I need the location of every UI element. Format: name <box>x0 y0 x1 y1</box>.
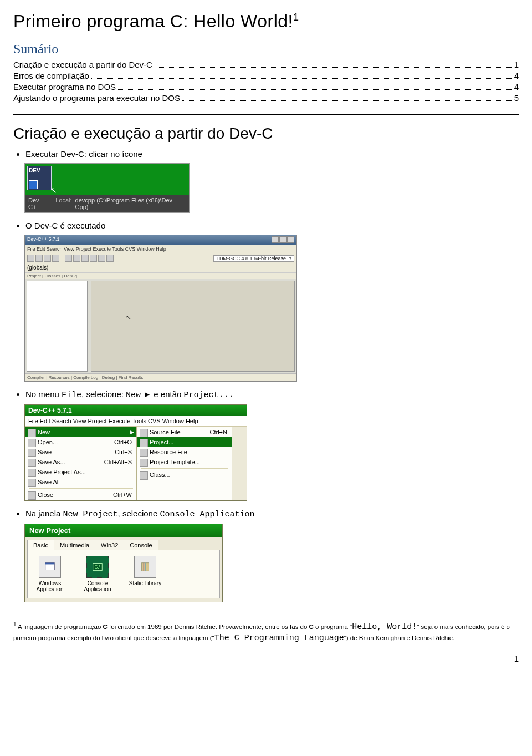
file-menu: New▶ Open...Ctrl+O SaveCtrl+S Save As...… <box>25 427 137 500</box>
static-lib-icon <box>134 556 156 578</box>
submenu-item-project: Project... <box>137 437 232 447</box>
menu-label: Project... <box>150 439 173 445</box>
toolbar-icon <box>106 255 114 262</box>
tab-console: Console <box>124 540 158 550</box>
project-type-label: Console Application <box>80 580 115 592</box>
toc-page: 4 <box>514 82 519 92</box>
submenu-arrow-icon: ▶ <box>130 429 134 435</box>
svg-rect-6 <box>145 563 146 571</box>
menu-item-open: Open...Ctrl+O <box>25 437 136 447</box>
menu-icon <box>140 449 148 457</box>
devcpp-icon-glyph <box>29 180 38 189</box>
toc-leader <box>155 67 512 68</box>
mono-text: Project... <box>184 390 234 400</box>
devcpp-icon: DEV <box>27 166 52 190</box>
menu-label: Project Template... <box>150 459 200 465</box>
submenu-item-resourcefile: Resource File <box>137 447 232 457</box>
footnote-text: A linguagem de programação <box>17 623 103 630</box>
console-app-icon: C:\ <box>86 556 109 578</box>
menu-bar: File Edit Search View Project Execute To… <box>25 416 247 427</box>
window-titlebar: Dev-C++ 5.7.1 <box>25 235 296 245</box>
title-text: Primeiro programa C: Hello World! <box>13 11 293 31</box>
menu-divider <box>29 488 133 489</box>
footnote: 1 A linguagem de programação C foi criad… <box>13 621 519 644</box>
bullet-list: Executar Dev-C: clicar no ícone <box>13 149 519 159</box>
menu-label: Save As... <box>38 459 65 465</box>
mono-text: Console Application <box>160 510 254 519</box>
toolbar-icon <box>90 255 97 262</box>
toolbar-icon <box>44 255 51 262</box>
tab-multimedia: Multimedia <box>54 540 95 550</box>
svg-text:C:\: C:\ <box>95 565 101 570</box>
bottom-tabs: Compiler | Resources | Compile Log | Deb… <box>25 373 296 381</box>
menu-label: Save <box>38 449 52 455</box>
menu-item-saveas: Save As...Ctrl+Alt+S <box>25 457 136 467</box>
menu-shortcut: Ctrl+Alt+S <box>104 459 132 465</box>
cursor-icon: ↖ <box>50 186 57 195</box>
side-tabs: Project | Classes | Debug <box>25 272 296 279</box>
footnote-bold: C <box>103 623 108 630</box>
menu-item-saveall: Save All <box>25 477 136 487</box>
toolbar-icon <box>65 255 72 262</box>
bullet-list: No menu File, selecione: New ► e então P… <box>13 389 519 400</box>
toc-entry[interactable]: Criação e execução a partir do Dev-C 1 <box>13 60 519 70</box>
toc-label: Ajustando o programa para executar no DO… <box>13 93 180 103</box>
window-buttons <box>271 236 294 244</box>
windows-app-icon <box>39 556 61 578</box>
menu-label: Save Project As... <box>38 469 86 475</box>
devcpp-icon-text: DEV <box>29 168 40 174</box>
footnote-rule <box>13 618 119 618</box>
cursor-icon: ↖ <box>126 313 131 321</box>
bullet-list: Na janela New Project, selecione Console… <box>13 509 519 519</box>
menu-label: Open... <box>38 439 58 445</box>
toc-heading: Sumário <box>13 42 519 57</box>
menu-item-new: New▶ <box>25 427 136 437</box>
menu-shortcut: Ctrl+W <box>113 491 132 498</box>
toc-entry[interactable]: Ajustando o programa para executar no DO… <box>13 93 519 103</box>
toc-leader <box>91 78 512 79</box>
footnote-bold: C <box>309 623 314 630</box>
project-type-windows: Windows Application <box>32 556 68 592</box>
menu-label: Source File <box>150 429 181 435</box>
dialog-tabs: Basic Multimedia Win32 Console <box>25 537 222 550</box>
toc-entry[interactable]: Erros de compilação 4 <box>13 71 519 81</box>
section-heading: Criação e execução a partir do Dev-C <box>13 125 519 143</box>
menu-icon <box>28 469 36 477</box>
dialog-title: New Project <box>25 524 222 537</box>
toc-leader <box>182 100 512 101</box>
screenshot-file-menu: Dev-C++ 5.7.1 File Edit Search View Proj… <box>24 404 247 501</box>
bullet-item: Executar Dev-C: clicar no ícone <box>25 149 519 159</box>
toolbar-icon <box>52 255 59 262</box>
toolbar-icon <box>73 255 80 262</box>
menu-icon <box>28 449 36 457</box>
minimize-icon <box>272 236 279 243</box>
menu-icon <box>140 439 148 447</box>
bullet-item: Na janela New Project, selecione Console… <box>25 509 519 519</box>
menu-icon <box>140 471 148 480</box>
page-title: Primeiro programa C: Hello World!1 <box>13 11 519 32</box>
menu-label: Close <box>38 491 53 498</box>
project-type-label: Windows Application <box>32 580 68 592</box>
menu-label: Class... <box>150 471 170 478</box>
toolbar-icon <box>27 255 34 262</box>
maximize-icon <box>279 236 287 243</box>
footnote-mono: Hello, World! <box>352 622 417 632</box>
toc-entry[interactable]: Executar programa no DOS 4 <box>13 82 519 92</box>
toolbar-icon <box>81 255 89 262</box>
window-title: Dev-C++ 5.7.1 <box>27 236 60 244</box>
project-type-console: C:\ Console Application <box>80 556 115 592</box>
submenu-item-template: Project Template... <box>137 457 232 467</box>
bullet-item: O Dev-C é executado <box>25 221 519 230</box>
menu-icon <box>28 479 36 487</box>
toc-leader <box>118 89 512 90</box>
screenshot-devc-icon: DEV ↖ Dev-C++ Local: devcpp (C:\Program … <box>24 163 190 213</box>
title-footnote-mark: 1 <box>293 12 299 23</box>
bullet-item: No menu File, selecione: New ► e então P… <box>25 389 519 400</box>
divider <box>13 114 519 115</box>
screenshot-new-project: New Project Basic Multimedia Win32 Conso… <box>24 524 223 602</box>
menu-icon <box>28 439 36 447</box>
taskbar-app: Dev-C++ <box>28 197 52 210</box>
menu-bar: File Edit Search View Project Execute To… <box>25 245 296 253</box>
menu-shortcut: Ctrl+N <box>210 429 227 435</box>
toc: Criação e execução a partir do Dev-C 1 E… <box>13 60 519 103</box>
